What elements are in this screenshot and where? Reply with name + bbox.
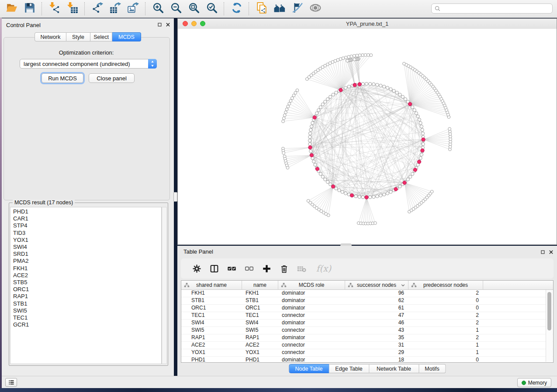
mcds-result-item[interactable]: SRD1 [13, 251, 161, 258]
column-header-predecessor-nodes[interactable]: predecessor nodes [408, 281, 483, 289]
import-table-button[interactable] [63, 1, 81, 17]
cell-predecessor-nodes[interactable]: 1 [408, 342, 483, 349]
first-neighbors-button[interactable] [270, 1, 288, 17]
mcds-result-item[interactable]: FKH1 [13, 265, 161, 272]
save-session-button[interactable] [21, 1, 38, 17]
cell-shared-name[interactable]: TEC1 [181, 312, 242, 319]
tab-network[interactable]: Network [35, 32, 66, 41]
show-all-button[interactable] [306, 1, 324, 17]
criterion-dropdown[interactable]: largest connected component (undirected) [20, 59, 157, 69]
cell-successor-nodes[interactable]: 43 [345, 327, 408, 334]
column-header-MCDS-role[interactable]: MCDS role [278, 281, 345, 289]
cell-name[interactable]: PHD1 [242, 357, 278, 364]
table-row[interactable]: STB1STB1dominator620 [181, 297, 553, 305]
cell-shared-name[interactable]: ORC1 [181, 305, 242, 312]
delete-table-button[interactable] [293, 261, 310, 276]
tab-network-table[interactable]: Network Table [369, 364, 419, 373]
cell-shared-name[interactable]: SWI4 [181, 320, 242, 327]
zoom-out-button[interactable] [167, 1, 185, 17]
zoom-selected-button[interactable] [203, 1, 221, 17]
table-row[interactable]: YOX1YOX1connector291 [181, 349, 553, 357]
table-row[interactable]: FKH1FKH1dominator962 [181, 290, 553, 297]
cell-successor-nodes[interactable]: 62 [345, 297, 408, 304]
run-mcds-button[interactable]: Run MCDS [42, 73, 83, 83]
mcds-result-item[interactable]: STB5 [13, 279, 161, 286]
cell-successor-nodes[interactable]: 29 [345, 349, 408, 356]
cell-MCDS-role[interactable]: connector [278, 349, 345, 356]
mcds-result-item[interactable]: ORC1 [13, 286, 161, 293]
cell-name[interactable]: FKH1 [242, 290, 278, 297]
export-network-button[interactable] [88, 1, 106, 17]
result-list-scrollbar[interactable] [162, 207, 167, 364]
table-row[interactable]: RAP1RAP1dominator352 [181, 334, 553, 342]
cell-successor-nodes[interactable]: 46 [345, 320, 408, 327]
zoom-fit-button[interactable] [185, 1, 203, 17]
cell-successor-nodes[interactable]: 18 [345, 357, 408, 364]
mcds-result-item[interactable]: YOX1 [13, 237, 161, 244]
tab-mcds[interactable]: MCDS [112, 32, 141, 41]
cell-predecessor-nodes[interactable]: 0 [408, 297, 483, 304]
column-header-successor-nodes[interactable]: successor nodes [345, 281, 408, 289]
cell-shared-name[interactable]: YOX1 [181, 349, 242, 356]
cell-name[interactable]: TEC1 [242, 312, 278, 319]
open-file-button[interactable] [3, 1, 21, 17]
cell-MCDS-role[interactable]: connector [278, 312, 345, 319]
table-row[interactable]: TEC1TEC1connector472 [181, 312, 553, 320]
mcds-result-item[interactable]: ACE2 [13, 272, 161, 279]
task-history-button[interactable] [5, 378, 17, 387]
cell-MCDS-role[interactable]: dominator [278, 357, 345, 364]
table-scrollbar[interactable] [546, 290, 553, 362]
table-row[interactable]: PHD1PHD1dominator180 [181, 357, 553, 364]
search-box[interactable] [431, 3, 553, 14]
cell-predecessor-nodes[interactable]: 2 [408, 312, 483, 319]
cell-name[interactable]: SWI5 [242, 327, 278, 334]
cell-MCDS-role[interactable]: connector [278, 327, 345, 334]
cell-name[interactable]: YOX1 [242, 349, 278, 356]
mcds-result-item[interactable]: SWI4 [13, 244, 161, 251]
show-columns-button[interactable] [205, 261, 223, 276]
mcds-result-item[interactable]: TID3 [13, 230, 161, 237]
float-panel-icon[interactable] [157, 22, 162, 27]
cell-predecessor-nodes[interactable]: 0 [408, 305, 483, 312]
tab-node-table[interactable]: Node Table [289, 364, 329, 373]
cell-predecessor-nodes[interactable]: 2 [408, 290, 483, 297]
table-row[interactable]: ACE2ACE2connector311 [181, 342, 553, 349]
tab-edge-table[interactable]: Edge Table [329, 364, 369, 373]
vertical-splitter-handle[interactable] [173, 192, 177, 202]
mcds-result-item[interactable]: SWI5 [13, 307, 161, 314]
zoom-in-button[interactable] [149, 1, 167, 17]
mcds-result-item[interactable]: STP4 [13, 222, 161, 229]
cell-shared-name[interactable]: STB1 [181, 297, 242, 304]
import-network-button[interactable] [45, 1, 63, 17]
cell-shared-name[interactable]: FKH1 [181, 290, 242, 297]
cell-shared-name[interactable]: RAP1 [181, 334, 242, 341]
tab-style[interactable]: Style [66, 32, 90, 41]
cell-MCDS-role[interactable]: dominator [278, 305, 345, 312]
function-builder-button[interactable]: f(x) [310, 261, 335, 276]
cell-MCDS-role[interactable]: dominator [278, 320, 345, 327]
mcds-result-item[interactable]: GCR1 [13, 321, 161, 328]
delete-column-button[interactable] [275, 261, 293, 276]
add-column-button[interactable] [258, 261, 275, 276]
column-header-shared-name[interactable]: shared name [181, 281, 242, 289]
cell-successor-nodes[interactable]: 96 [345, 290, 408, 297]
mcds-result-item[interactable]: PMA2 [13, 258, 161, 265]
hide-selected-button[interactable] [288, 1, 306, 17]
cell-MCDS-role[interactable]: dominator [278, 297, 345, 304]
cell-successor-nodes[interactable]: 47 [345, 312, 408, 319]
cell-name[interactable]: ORC1 [242, 305, 278, 312]
cell-name[interactable]: SWI4 [242, 320, 278, 327]
deselect-all-button[interactable] [240, 261, 258, 276]
clone-network-button[interactable] [253, 1, 270, 17]
export-image-button[interactable] [124, 1, 142, 17]
mcds-result-item[interactable]: STB1 [13, 300, 161, 307]
table-settings-button[interactable] [188, 261, 205, 276]
select-all-button[interactable] [223, 261, 240, 276]
table-scrollbar-thumb[interactable] [547, 292, 551, 330]
mcds-result-list[interactable]: PHD1CAR1STP4TID3YOX1SWI4SRD1PMA2FKH1ACE2… [10, 207, 162, 364]
cell-predecessor-nodes[interactable]: 2 [408, 320, 483, 327]
cell-name[interactable]: ACE2 [242, 342, 278, 349]
memory-button[interactable]: Memory [517, 378, 551, 387]
search-input[interactable] [441, 4, 552, 13]
network-canvas[interactable] [178, 29, 557, 244]
